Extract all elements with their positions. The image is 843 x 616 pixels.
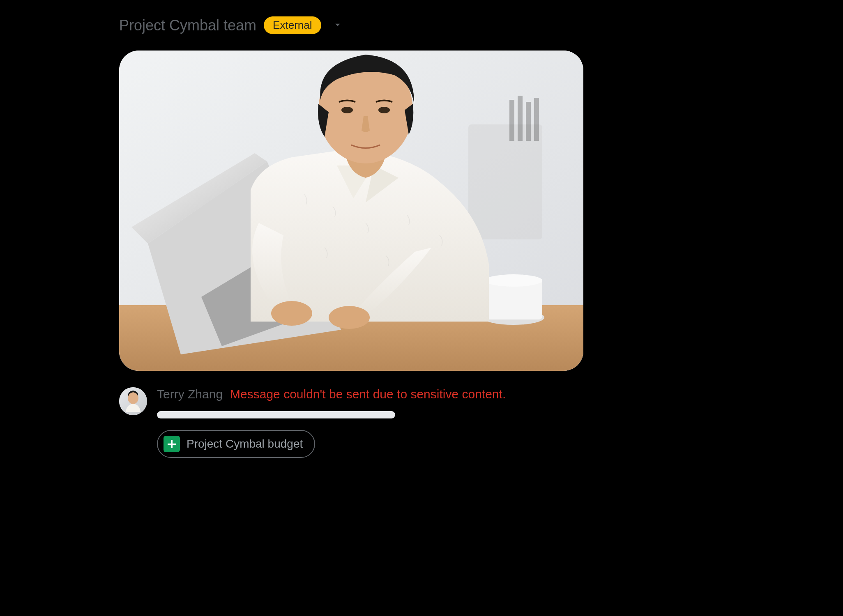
chevron-down-icon[interactable] bbox=[332, 19, 343, 32]
svg-point-13 bbox=[271, 301, 312, 326]
attachment-name: Project Cymbal budget bbox=[187, 437, 303, 451]
svg-rect-1 bbox=[468, 124, 542, 239]
google-sheets-icon bbox=[164, 436, 180, 452]
message-content: Terry Zhang Message couldn't be sent due… bbox=[157, 387, 612, 458]
svg-rect-5 bbox=[534, 98, 539, 141]
svg-rect-4 bbox=[526, 102, 531, 141]
attachment-chip[interactable]: Project Cymbal budget bbox=[157, 430, 315, 458]
message-row: Terry Zhang Message couldn't be sent due… bbox=[119, 387, 612, 458]
external-badge: External bbox=[264, 16, 321, 34]
sender-avatar[interactable] bbox=[119, 387, 147, 415]
svg-point-12 bbox=[378, 107, 390, 113]
space-title: Project Cymbal team bbox=[119, 17, 256, 34]
message-header: Terry Zhang Message couldn't be sent due… bbox=[157, 387, 612, 401]
svg-point-14 bbox=[329, 306, 370, 329]
svg-point-9 bbox=[485, 274, 542, 287]
svg-point-11 bbox=[341, 107, 353, 113]
dlp-error-text: Message couldn't be sent due to sensitiv… bbox=[230, 387, 506, 401]
hero-image bbox=[119, 51, 583, 371]
sender-name: Terry Zhang bbox=[157, 387, 223, 401]
svg-rect-2 bbox=[509, 100, 514, 141]
space-header[interactable]: Project Cymbal team External bbox=[119, 16, 612, 34]
svg-rect-3 bbox=[518, 96, 523, 141]
message-body-redacted bbox=[157, 411, 395, 418]
